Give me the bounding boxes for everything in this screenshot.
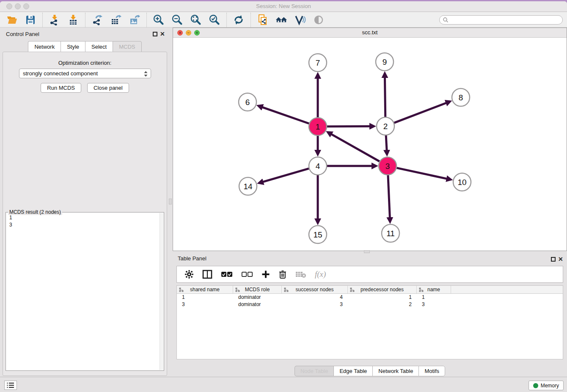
graph-edge-4-14[interactable] [262,168,309,182]
control-panel-tabs: Network Style Select MCDS [0,41,170,52]
column-header-label: predecessor nodes [361,287,404,293]
table-cell: 3 [282,301,348,308]
node-table-header: shared nameMCDS rolesuccessor nodesprede… [177,286,563,294]
mcds-result-title: MCDS result (2 nodes) [8,209,62,215]
search-icon [443,17,449,23]
tab-style[interactable]: Style [61,41,85,52]
graph-node-label: 11 [386,229,395,238]
delete-table-icon[interactable] [295,269,306,279]
export-network-icon[interactable] [91,14,103,26]
column-header[interactable]: successor nodes [282,286,348,293]
search-input[interactable] [449,16,562,24]
export-image-icon[interactable] [129,14,140,26]
table-cell: 3 [417,301,451,308]
status-bar: Memory [0,377,567,392]
graph-node-4[interactable]: 4 [309,157,327,175]
table-settings-gear-icon[interactable] [184,269,194,279]
graph-node-8[interactable]: 8 [452,88,470,106]
function-builder-icon[interactable]: f(x) [315,269,326,279]
table-panel: Table Panel ✕ f(x) [173,253,567,378]
column-header[interactable]: shared name [177,286,233,293]
graph-edge-1-2[interactable] [327,126,371,127]
tab-edge-table[interactable]: Edge Table [333,366,372,376]
save-session-icon[interactable] [25,14,36,26]
graph-node-9[interactable]: 9 [376,53,394,71]
clone-network-icon[interactable] [257,14,269,26]
column-header-label: successor nodes [295,287,333,293]
graph-node-label: 8 [459,93,463,102]
graph-node-10[interactable]: 10 [453,173,471,191]
vertical-splitter-handle[interactable] [169,199,172,204]
zoom-in-icon[interactable] [153,14,165,26]
tab-mcds[interactable]: MCDS [113,41,141,52]
create-column-icon[interactable] [261,269,270,279]
graph-node-3[interactable]: 3 [379,157,396,175]
column-tree-icon [419,287,424,292]
show-column-panel-icon[interactable] [202,269,212,279]
open-session-icon[interactable] [6,14,18,26]
graph-node-label: 6 [245,98,250,107]
column-header[interactable]: name [417,286,451,293]
graph-node-6[interactable]: 6 [239,93,256,111]
graph-node-label: 2 [383,122,388,131]
graph-node-15[interactable]: 15 [309,226,327,243]
graph-edge-2-9[interactable] [385,77,385,117]
apply-layout-icon[interactable] [233,14,245,26]
graph-edge-3-11[interactable] [388,175,390,218]
result-scrollbar[interactable] [160,213,163,370]
graph-edge-2-3[interactable] [386,135,387,151]
graph-node-label: 4 [316,162,320,171]
column-header[interactable]: MCDS role [233,286,282,293]
control-panel-close-icon[interactable]: ✕ [160,30,165,37]
column-tree-icon [235,287,240,292]
graph-node-7[interactable]: 7 [309,54,327,72]
tab-node-table[interactable]: Node Table [295,366,334,376]
show-hide-graphics-icon[interactable] [294,14,306,26]
graph-node-14[interactable]: 14 [239,177,257,195]
import-network-icon[interactable] [49,14,61,26]
memory-button[interactable]: Memory [528,381,564,390]
table-row[interactable]: 3dominator323 [177,301,563,308]
task-history-button[interactable] [4,381,17,390]
graph-node-label: 3 [385,162,390,171]
table-row[interactable]: 1dominator411 [177,294,563,301]
search-box[interactable] [439,15,563,25]
zoom-out-icon[interactable] [171,14,183,26]
graph-edge-1-6[interactable] [261,107,309,124]
table-cell: dominator [233,301,282,308]
tab-select[interactable]: Select [85,41,113,52]
node-table[interactable]: shared nameMCDS rolesuccessor nodesprede… [176,285,563,359]
zoom-selected-icon[interactable] [209,14,220,26]
control-panel-float-icon[interactable] [153,32,157,36]
select-all-columns-icon[interactable] [221,269,233,279]
mcds-panel: Optimization criterion: strongly connect… [3,52,167,376]
delete-column-trash-icon[interactable] [278,269,287,279]
memory-status-dot [533,383,538,388]
column-header-label: name [427,287,440,293]
table-panel-tabs: Node Table Edge Table Network Table Moti… [173,366,567,376]
graph-edge-2-8[interactable] [394,102,447,123]
home-icon[interactable] [275,14,287,26]
table-cell: 3 [177,301,233,308]
zoom-fit-icon[interactable] [190,14,202,26]
graph-edge-3-10[interactable] [397,168,448,179]
column-header[interactable]: predecessor nodes [348,286,417,293]
graph-node-11[interactable]: 11 [382,224,399,242]
tab-motifs[interactable]: Motifs [418,366,445,376]
tab-network[interactable]: Network [28,41,61,52]
graph-edge-3-1[interactable] [330,134,379,161]
export-table-icon[interactable] [110,14,122,26]
criterion-dropdown[interactable]: strongly connected component [19,69,151,78]
mcds-result-box: MCDS result (2 nodes) 1 3 [6,212,164,371]
network-canvas-svg[interactable]: 1234678910111415 [173,38,567,251]
graph-node-2[interactable]: 2 [377,117,394,135]
tab-network-table[interactable]: Network Table [372,366,418,376]
graph-node-1[interactable]: 1 [309,118,327,135]
import-table-icon[interactable] [67,14,79,26]
table-panel-close-icon[interactable]: ✕ [558,256,563,262]
close-panel-button[interactable]: Close panel [87,83,129,93]
table-panel-float-icon[interactable] [551,257,556,262]
grey-eye-icon[interactable] [313,14,325,26]
run-mcds-button[interactable]: Run MCDS [41,83,81,93]
unselect-all-columns-icon[interactable] [241,269,253,279]
